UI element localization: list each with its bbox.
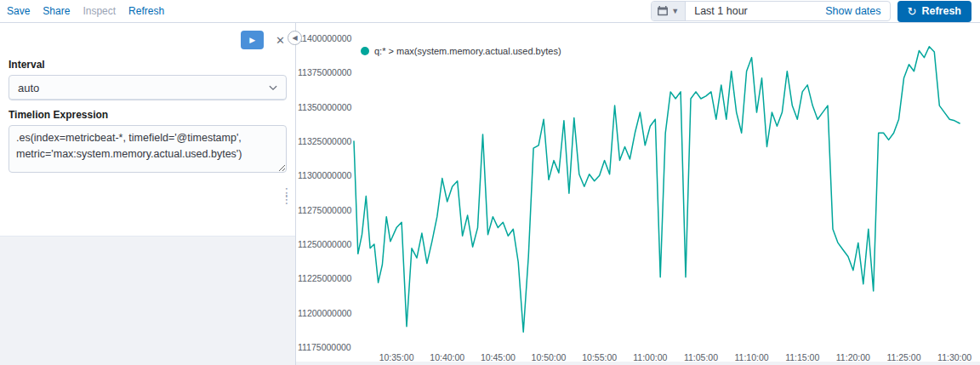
y-axis-label: 11300000000 xyxy=(298,170,350,180)
share-button[interactable]: Share xyxy=(43,5,70,17)
refresh-icon: ↻ xyxy=(908,6,917,17)
chart-panel: ◀ q:* > max(system.memory.actual.used.by… xyxy=(296,23,980,362)
panel-resize-handle[interactable]: ⋮⋮ xyxy=(281,190,293,202)
x-axis-label: 11:10:00 xyxy=(725,352,779,362)
interval-select[interactable]: auto xyxy=(9,75,287,100)
chevron-down-icon xyxy=(268,83,278,95)
x-axis-label: 11:25:00 xyxy=(877,352,932,362)
y-axis-label: 11325000000 xyxy=(298,136,350,146)
y-axis-label: 11225000000 xyxy=(298,273,350,283)
x-axis-label: 10:55:00 xyxy=(573,352,627,362)
x-axis-label: 11:30:00 xyxy=(927,352,980,362)
play-icon: ▶ xyxy=(249,37,255,44)
main-content: ▶ ✕ Interval auto Timelion Expression .e… xyxy=(0,23,980,365)
y-axis-label: 11175000000 xyxy=(298,342,350,352)
expression-editor-card: ▶ ✕ Interval auto Timelion Expression .e… xyxy=(0,23,295,237)
refresh-button[interactable]: ↻ Refresh xyxy=(897,1,971,22)
interval-label: Interval xyxy=(9,59,287,71)
expression-label: Timelion Expression xyxy=(9,109,287,121)
chevron-left-icon: ◀ xyxy=(292,34,297,42)
y-axis-label: 11375000000 xyxy=(298,67,350,77)
x-axis-label: 10:50:00 xyxy=(521,352,576,362)
calendar-icon xyxy=(658,6,668,16)
timelion-expression-input[interactable]: .es(index=metricbeat-*, timefield='@time… xyxy=(9,125,287,173)
refresh-menu-button[interactable]: Refresh xyxy=(128,5,164,17)
series-line xyxy=(354,47,960,333)
y-axis-label: 11400000000 xyxy=(298,33,350,43)
refresh-button-label: Refresh xyxy=(921,5,961,17)
save-button[interactable]: Save xyxy=(7,5,30,17)
time-range-display[interactable]: Last 1 hour xyxy=(686,5,822,17)
close-panel-button[interactable]: ✕ xyxy=(274,34,287,47)
x-axis-label: 10:45:00 xyxy=(470,352,525,362)
x-axis-label: 11:20:00 xyxy=(826,352,880,362)
y-axis-label: 11275000000 xyxy=(298,205,350,215)
chevron-down-icon: ▼ xyxy=(671,8,679,15)
x-axis-label: 11:15:00 xyxy=(775,352,829,362)
time-controls: ▼ Last 1 hour Show dates ↻ Refresh xyxy=(651,1,973,22)
editor-actions: ▶ ✕ xyxy=(9,30,287,50)
y-axis-label: 11200000000 xyxy=(298,308,350,318)
top-menu-bar: Save Share Inspect Refresh ▼ Last 1 hour… xyxy=(0,0,980,23)
y-axis-label: 11250000000 xyxy=(298,239,350,249)
y-axis-label: 11350000000 xyxy=(298,102,350,112)
x-axis-label: 11:00:00 xyxy=(623,352,677,362)
inspect-button[interactable]: Inspect xyxy=(83,5,116,17)
calendar-dropdown-button[interactable]: ▼ xyxy=(652,2,686,20)
date-picker: ▼ Last 1 hour Show dates xyxy=(651,1,890,21)
collapse-editor-button[interactable]: ◀ xyxy=(288,31,302,45)
timeseries-chart xyxy=(354,38,975,347)
interval-selected-value: auto xyxy=(18,82,39,94)
x-axis-label: 11:05:00 xyxy=(674,352,728,362)
play-button[interactable]: ▶ xyxy=(241,31,264,49)
x-axis-label: 10:40:00 xyxy=(420,352,475,362)
show-dates-button[interactable]: Show dates xyxy=(822,5,889,17)
x-axis-label: 10:35:00 xyxy=(369,352,424,362)
expression-editor-panel: ▶ ✕ Interval auto Timelion Expression .e… xyxy=(0,23,296,365)
